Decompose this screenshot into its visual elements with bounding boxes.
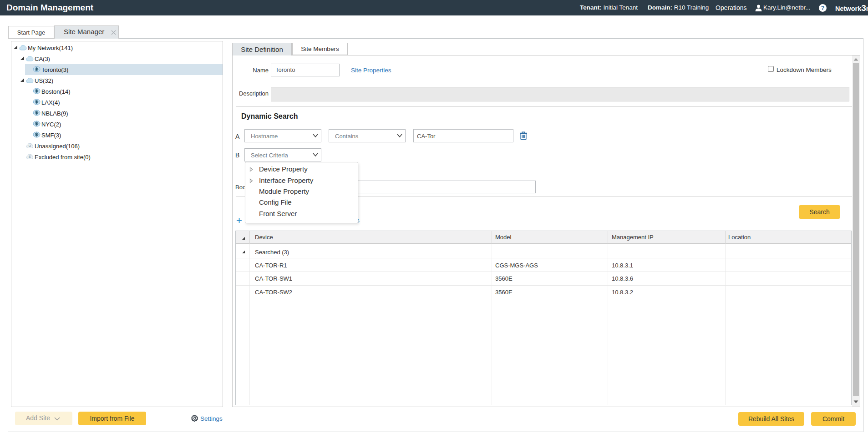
- svg-text:E: E: [29, 155, 31, 159]
- svg-text:U: U: [29, 144, 31, 148]
